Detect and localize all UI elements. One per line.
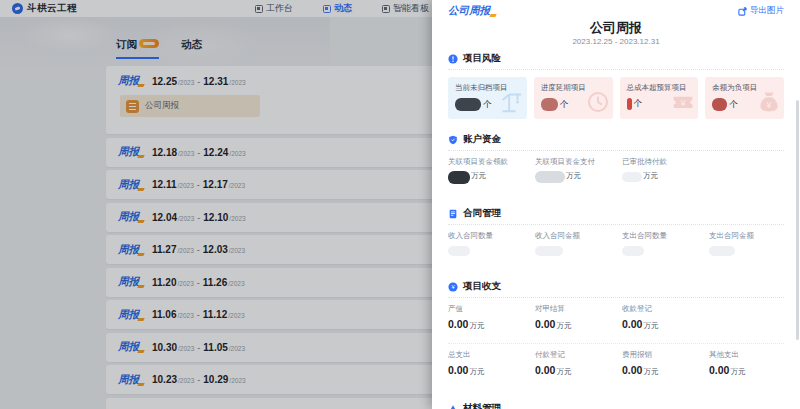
unit-label: 个: [634, 98, 643, 110]
risk-card-value: 个: [627, 98, 643, 110]
risk-card-value: 个: [541, 98, 569, 111]
field-value: 0.00万元: [709, 364, 796, 377]
field-value: 万元: [535, 171, 622, 183]
risk-card: 总成本超预算项目个¥: [620, 77, 699, 119]
export-image-button[interactable]: 导出图片: [738, 5, 784, 17]
report-title: 公司周报: [448, 20, 784, 35]
modal-header: 公司周报 导出图片: [448, 4, 784, 18]
field-value: 0.00万元: [622, 364, 709, 377]
shield-icon: [448, 135, 458, 145]
field-number: 0.00: [709, 364, 729, 376]
field: 关联项目资金支付万元: [535, 157, 622, 184]
field-label: 收入合同金额: [535, 231, 622, 241]
field: 总支出0.00万元: [448, 350, 535, 377]
crane-icon: [498, 88, 524, 118]
section-header: ¥项目收支: [448, 280, 784, 298]
field: 支出合同金额: [709, 231, 796, 257]
redacted-value: [455, 98, 481, 111]
moneybag-icon: ¥: [757, 90, 781, 118]
field: 关联项目资金领款万元: [448, 157, 535, 184]
report-date-range: 2023.12.25 - 2023.12.31: [448, 37, 784, 46]
field-value: [448, 245, 535, 257]
unit-label: 万元: [556, 367, 571, 377]
section-title: 项目风险: [463, 52, 501, 65]
field-label: 收入合同数量: [448, 231, 535, 241]
weekly-report-modal: 公司周报 导出图片 公司周报 2023.12.25 - 2023.12.31 项…: [432, 0, 800, 409]
company-report-logo: 公司周报: [448, 4, 490, 18]
risk-card-value: 个: [455, 98, 492, 111]
field-row: 收入合同数量收入合同金额支出合同数量支出合同金额: [448, 225, 784, 268]
risk-card-value: 个: [712, 98, 738, 111]
redacted-value: [622, 172, 642, 182]
risk-card: 进度延期项目个: [534, 77, 613, 119]
section-title: 材料管理: [463, 402, 501, 409]
unit-label: 万元: [643, 321, 658, 331]
field-label: 其他支出: [709, 350, 796, 360]
field-label: 收款登记: [622, 304, 709, 314]
field-number: 0.00: [448, 318, 468, 330]
field-label: 付款登记: [535, 350, 622, 360]
redacted-value: [622, 246, 644, 256]
field-label: 对甲结算: [535, 304, 622, 314]
field-label: 费用报销: [622, 350, 709, 360]
field-value: 0.00万元: [622, 318, 709, 331]
field-value: 万元: [622, 171, 709, 183]
unit-label: 万元: [730, 367, 745, 377]
field-label: 产值: [448, 304, 535, 314]
field-label: 支出合同数量: [622, 231, 709, 241]
unit-label: 个: [483, 99, 492, 111]
clock-icon: [586, 90, 610, 118]
risk-cards: 当前未归档项目个进度延期项目个总成本超预算项目个¥余额为负项目个¥: [448, 77, 784, 119]
redacted-value: [712, 98, 727, 111]
field: 产值0.00万元: [448, 304, 535, 331]
field: 对甲结算0.00万元: [535, 304, 622, 331]
alert-icon: [448, 54, 458, 64]
field-row: 产值0.00万元对甲结算0.00万元收款登记0.00万元: [448, 298, 784, 342]
unit-label: 万元: [566, 171, 581, 181]
field-value: 0.00万元: [448, 364, 535, 377]
unit-label: 万元: [556, 321, 571, 331]
field-value: 0.00万元: [448, 318, 535, 331]
report-section: 账户资金关联项目资金领款万元关联项目资金支付万元已审批待付款万元: [448, 133, 784, 195]
unit-label: 万元: [471, 171, 486, 181]
field: 收入合同金额: [535, 231, 622, 257]
field-number: 0.00: [622, 318, 642, 330]
unit-label: 万元: [643, 367, 658, 377]
coin-icon: ¥: [448, 282, 458, 292]
redacted-value: [535, 246, 563, 256]
field: 付款登记0.00万元: [535, 350, 622, 377]
section-title: 合同管理: [463, 207, 501, 220]
export-icon: [738, 7, 747, 16]
export-label: 导出图片: [750, 5, 784, 17]
section-header: 账户资金: [448, 133, 784, 151]
field-value: [709, 245, 796, 257]
section-title: 项目收支: [463, 280, 501, 293]
svg-text:¥: ¥: [766, 100, 772, 110]
contract-icon: [448, 209, 458, 219]
field: 收入合同数量: [448, 231, 535, 257]
unit-label: 万元: [643, 171, 658, 181]
field-number: 0.00: [622, 364, 642, 376]
field: 费用报销0.00万元: [622, 350, 709, 377]
risk-card: 当前未归档项目个: [448, 77, 527, 119]
redacted-value: [541, 98, 558, 111]
field: 收款登记0.00万元: [622, 304, 709, 331]
unit-label: 万元: [469, 367, 484, 377]
svg-text:¥: ¥: [680, 97, 687, 108]
report-section: ¥项目收支产值0.00万元对甲结算0.00万元收款登记0.00万元总支出0.00…: [448, 280, 784, 388]
field-row: 关联项目资金领款万元关联项目资金支付万元已审批待付款万元: [448, 151, 784, 195]
redacted-value: [535, 171, 565, 183]
app-window: 斗栱云工程 工作台动态智能看板 订阅 动态 周报12.25/2023-12.31…: [0, 0, 800, 409]
redacted-value: [709, 246, 735, 256]
field-number: 0.00: [448, 364, 468, 376]
field-label: 关联项目资金领款: [448, 157, 535, 167]
report-sections: 项目风险当前未归档项目个进度延期项目个总成本超预算项目个¥余额为负项目个¥账户资…: [448, 52, 784, 409]
risk-card: 余额为负项目个¥: [705, 77, 784, 119]
field-value: 0.00万元: [535, 364, 622, 377]
modal-scrollbar[interactable]: [796, 100, 799, 340]
field-label: 已审批待付款: [622, 157, 709, 167]
redacted-value: [627, 98, 632, 110]
field-label: 关联项目资金支付: [535, 157, 622, 167]
field-value: 0.00万元: [535, 318, 622, 331]
redacted-value: [448, 171, 470, 184]
